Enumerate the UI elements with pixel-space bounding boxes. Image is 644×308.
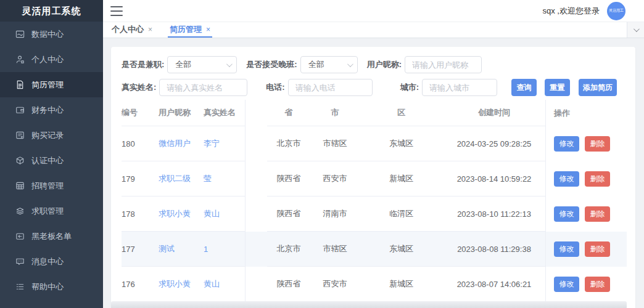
table-row[interactable]: 179 求职二级 莹 陕西省 西安市 新城区 2023-08-14 10:59:… xyxy=(111,161,635,197)
profile-icon xyxy=(15,55,25,65)
table-row[interactable]: 176 求职小黄 黄山 陕西省 西安市 新城区 2023-08-07 14:06… xyxy=(111,267,635,302)
sidebar-item-label: 消息中心 xyxy=(31,256,64,267)
sidebar-item-job-seeking[interactable]: 求职管理 xyxy=(0,198,103,224)
nickname-link[interactable]: 求职二级 xyxy=(159,173,191,184)
header-district: 区 xyxy=(360,100,443,126)
cell-id: 176 xyxy=(122,267,159,302)
sidebar-item-message[interactable]: 消息中心 xyxy=(0,249,103,274)
finance-icon xyxy=(15,105,25,115)
real-name-link[interactable]: 莹 xyxy=(204,173,212,184)
phone-input[interactable] xyxy=(288,79,373,96)
hamburger-icon[interactable] xyxy=(110,6,123,16)
edit-button[interactable]: 修改 xyxy=(554,171,579,187)
part-time-select[interactable]: 全部 xyxy=(167,56,237,73)
message-icon xyxy=(15,257,25,267)
cell-created-at: 2023-08-10 11:22:13 xyxy=(443,197,545,232)
tab-close-icon[interactable]: × xyxy=(148,25,152,34)
cell-operation: 修改 删除 xyxy=(545,267,627,302)
table-row-highlighted[interactable]: 177 测试 1 北京市 市辖区 东城区 2023-08-08 11:29:38… xyxy=(111,232,635,267)
cell-id: 177 xyxy=(122,232,159,267)
sidebar-item-help[interactable]: 帮助中心 xyxy=(0,274,103,299)
sidebar-item-certification[interactable]: 认证中心 xyxy=(0,148,103,173)
delete-button[interactable]: 删除 xyxy=(585,136,610,152)
tab-resume-management[interactable]: 简历管理 × xyxy=(168,22,212,38)
cell-district: 东城区 xyxy=(360,126,443,161)
phone-label: 电话: xyxy=(266,82,284,93)
real-name-input[interactable] xyxy=(159,79,247,96)
cell-id: 179 xyxy=(122,161,159,197)
city-input[interactable] xyxy=(422,79,497,96)
edit-button[interactable]: 修改 xyxy=(554,277,579,292)
blacklist-icon xyxy=(15,232,25,241)
delete-button[interactable]: 删除 xyxy=(585,206,610,222)
resume-icon xyxy=(15,80,25,90)
chevron-down-icon xyxy=(634,26,640,32)
night-shift-label: 是否接受晚班: xyxy=(246,59,297,70)
resume-panel: 是否是兼职: 全部 是否接受晚班: 全部 用户昵称: 真实姓名: xyxy=(111,47,635,308)
part-time-select-value: 全部 xyxy=(175,59,191,70)
tab-menu-button[interactable] xyxy=(627,22,644,38)
cell-created-at: 2023-08-07 14:06:21 xyxy=(443,267,545,302)
table-row[interactable]: 178 求职小黄 黄山 陕西省 渭南市 临渭区 2023-08-10 11:22… xyxy=(111,197,635,232)
nickname-link[interactable]: 求职小黄 xyxy=(159,208,191,219)
real-name-link[interactable]: 1 xyxy=(204,245,208,254)
sidebar-item-purchase[interactable]: 购买记录 xyxy=(0,123,103,148)
nickname-link[interactable]: 微信用户 xyxy=(159,138,191,149)
nickname-label: 用户昵称: xyxy=(367,59,402,70)
sidebar-item-recruitment[interactable]: 招聘管理 xyxy=(0,173,103,198)
sidebar-item-blacklist[interactable]: 黑老板名单 xyxy=(0,224,103,249)
recruitment-icon xyxy=(15,181,25,191)
sidebar-item-finance[interactable]: 财务中心 xyxy=(0,97,103,123)
edit-button[interactable]: 修改 xyxy=(554,206,579,222)
nickname-link[interactable]: 测试 xyxy=(159,243,175,254)
cell-province: 陕西省 xyxy=(267,267,310,302)
real-name-link[interactable]: 黄山 xyxy=(204,278,220,290)
cell-city: 市辖区 xyxy=(310,232,360,267)
cell-district: 东城区 xyxy=(360,232,443,267)
header-created-at: 创建时间 xyxy=(443,100,545,126)
reset-button[interactable]: 重置 xyxy=(545,79,570,96)
purchase-icon xyxy=(15,131,25,140)
sidebar-item-label: 黑老板名单 xyxy=(31,231,72,242)
sidebar-item-data-center[interactable]: 数据中心 xyxy=(0,22,103,47)
add-resume-button[interactable]: 添加简历 xyxy=(579,79,617,96)
cell-operation: 修改 删除 xyxy=(545,232,627,267)
cell-id: 178 xyxy=(122,197,159,232)
nickname-input[interactable] xyxy=(405,56,482,73)
horizontal-scrollbar[interactable] xyxy=(111,301,627,308)
part-time-label: 是否是兼职: xyxy=(122,59,164,70)
city-label: 城市: xyxy=(400,82,419,93)
delete-button[interactable]: 删除 xyxy=(585,277,610,292)
filter-row-2: 真实姓名: 电话: 城市: 查询 重置 添加简历 xyxy=(122,79,635,96)
fixed-column-gap xyxy=(245,126,267,161)
cell-province: 北京市 xyxy=(267,232,310,267)
cell-city: 渭南市 xyxy=(310,197,360,232)
nickname-link[interactable]: 求职小黄 xyxy=(159,278,191,290)
night-shift-select-value: 全部 xyxy=(308,59,324,70)
edit-button[interactable]: 修改 xyxy=(554,136,579,152)
search-button[interactable]: 查询 xyxy=(511,79,537,96)
sidebar-item-resume[interactable]: 简历管理 xyxy=(0,72,103,97)
cell-district: 新城区 xyxy=(360,267,443,302)
avatar[interactable]: 灵活用工 xyxy=(607,2,625,20)
table-header-row: 编号 用户昵称 真实姓名 省 市 区 创建时间 操作 xyxy=(111,100,635,126)
tab-close-icon[interactable]: × xyxy=(206,25,210,34)
top-navbar: sqx ,欢迎您登录 灵活用工 xyxy=(103,0,644,22)
delete-button[interactable]: 删除 xyxy=(585,241,610,257)
edit-button[interactable]: 修改 xyxy=(554,241,579,257)
cell-district: 临渭区 xyxy=(360,197,443,232)
filter-row-1: 是否是兼职: 全部 是否接受晚班: 全部 用户昵称: xyxy=(122,56,635,73)
sidebar-item-label: 帮助中心 xyxy=(31,282,64,293)
main-content: 是否是兼职: 全部 是否接受晚班: 全部 用户昵称: 真实姓名: xyxy=(103,38,644,308)
sidebar-item-label: 财务中心 xyxy=(31,105,64,116)
real-name-link[interactable]: 黄山 xyxy=(204,208,220,219)
tab-personal-center[interactable]: 个人中心 × xyxy=(110,22,154,38)
app-window: 灵活用工系统 数据中心 个人中心 简历管理 财务中心 xyxy=(0,0,644,308)
header-id: 编号 xyxy=(122,100,159,126)
table-row[interactable]: 180 微信用户 李宁 北京市 市辖区 东城区 2024-03-25 09:28… xyxy=(111,126,635,161)
night-shift-select[interactable]: 全部 xyxy=(300,56,358,73)
delete-button[interactable]: 删除 xyxy=(585,171,610,187)
real-name-link[interactable]: 李宁 xyxy=(204,138,220,149)
sidebar-item-profile[interactable]: 个人中心 xyxy=(0,47,103,72)
help-icon xyxy=(15,282,25,292)
